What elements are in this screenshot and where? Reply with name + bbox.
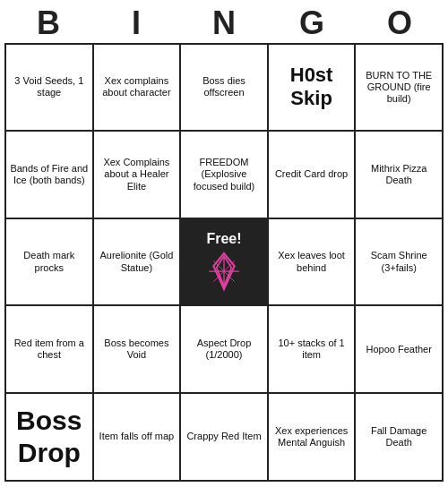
bingo-cell-8[interactable]: Credit Card drop xyxy=(269,132,357,219)
bingo-cell-10[interactable]: Death mark procks xyxy=(6,219,94,307)
bingo-cell-19[interactable]: Hopoo Feather xyxy=(356,306,444,394)
bingo-cell-11[interactable]: Aurelionite (Gold Statue) xyxy=(94,219,182,307)
bingo-cell-1[interactable]: Xex complains about character xyxy=(94,45,182,132)
bingo-cell-7[interactable]: FREEDOM (Explosive focused build) xyxy=(181,132,269,219)
bingo-board: B I N G O 3 Void Seeds, 1 stageXex compl… xyxy=(4,5,444,482)
bingo-cell-13[interactable]: Xex leaves loot behind xyxy=(269,219,357,307)
bingo-cell-9[interactable]: Mithrix Pizza Death xyxy=(356,132,444,219)
bingo-cell-6[interactable]: Xex Complains about a Healer Elite xyxy=(94,132,182,219)
header-g: G xyxy=(272,5,351,41)
bingo-cell-22[interactable]: Crappy Red Item xyxy=(181,394,269,482)
header-i: I xyxy=(97,5,176,41)
header-b: B xyxy=(9,5,88,41)
bingo-cell-3[interactable]: H0st Skip xyxy=(269,45,357,132)
bingo-cell-24[interactable]: Fall Damage Death xyxy=(356,394,444,482)
bingo-cell-20[interactable]: Boss Drop xyxy=(6,394,94,482)
free-star-icon xyxy=(202,249,246,294)
bingo-header: B I N G O xyxy=(4,5,444,41)
bingo-grid: 3 Void Seeds, 1 stageXex complains about… xyxy=(4,43,444,482)
bingo-cell-23[interactable]: Xex experiences Mental Anguish xyxy=(269,394,357,482)
bingo-cell-21[interactable]: Item falls off map xyxy=(94,394,182,482)
bingo-cell-5[interactable]: Bands of Fire and Ice (both bands) xyxy=(6,132,94,219)
bingo-cell-12[interactable]: Free! xyxy=(181,219,269,307)
header-n: N xyxy=(185,5,263,41)
free-label: Free! xyxy=(206,230,241,247)
bingo-cell-16[interactable]: Boss becomes Void xyxy=(94,306,182,394)
header-o: O xyxy=(360,5,439,41)
bingo-cell-15[interactable]: Red item from a chest xyxy=(6,306,94,394)
bingo-cell-4[interactable]: BURN TO THE GROUND (fire build) xyxy=(356,45,444,132)
bingo-cell-17[interactable]: Aspect Drop (1/2000) xyxy=(181,306,269,394)
bingo-cell-0[interactable]: 3 Void Seeds, 1 stage xyxy=(6,45,94,132)
bingo-cell-18[interactable]: 10+ stacks of 1 item xyxy=(269,306,357,394)
bingo-cell-14[interactable]: Scam Shrine (3+fails) xyxy=(356,219,444,307)
bingo-cell-2[interactable]: Boss dies offscreen xyxy=(181,45,269,132)
